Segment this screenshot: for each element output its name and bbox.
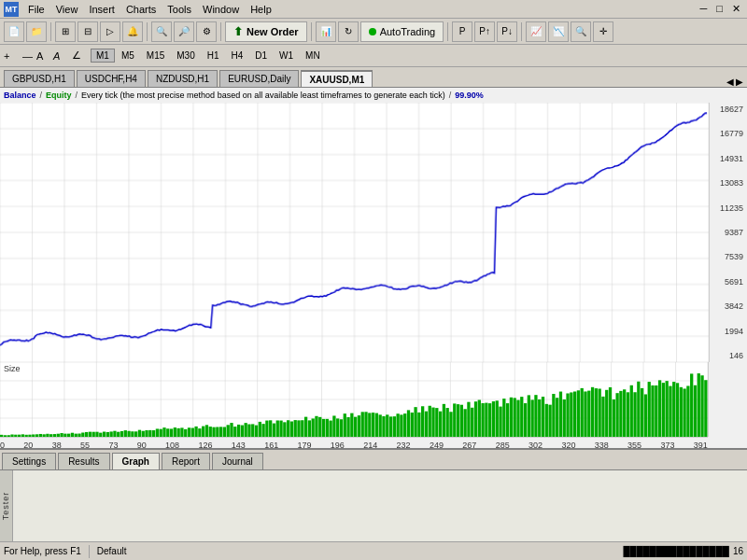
status-sep1 xyxy=(89,545,90,558)
text-btn[interactable]: A xyxy=(36,50,51,62)
period-btn2[interactable]: P↑ xyxy=(474,21,495,42)
bottom-tab-settings[interactable]: Settings xyxy=(2,453,56,469)
draw-btn[interactable]: + xyxy=(4,50,19,62)
y-axis-label: 13083 xyxy=(712,178,745,188)
auto-trading-indicator xyxy=(369,28,376,35)
close-btn[interactable]: ✕ xyxy=(729,3,743,15)
y-axis-label: 146 xyxy=(712,351,745,360)
tab-next[interactable]: ▶ xyxy=(736,77,743,87)
chart-method-text: Every tick (the most precise method base… xyxy=(81,91,445,100)
tf-btn-H4[interactable]: H4 xyxy=(226,49,249,63)
new-order-label: New Order xyxy=(247,26,299,37)
tf-btn-M1[interactable]: M1 xyxy=(91,49,115,63)
tf-btn-H1[interactable]: H1 xyxy=(202,49,225,63)
sep-slash2: / xyxy=(76,91,78,100)
tf-btn-W1[interactable]: W1 xyxy=(274,49,299,63)
y-axis-volume xyxy=(708,362,747,437)
chart-tab-4[interactable]: XAUUSD,M1 xyxy=(301,70,373,87)
chart-tab-0[interactable]: GBPUSD,H1 xyxy=(4,70,75,87)
toolbar1: 📄 📁 ⊞ ⊟ ▷ 🔔 🔍 🔎 ⚙ ⬆ New Order 📊 ↻ AutoTr… xyxy=(0,19,747,45)
zoom-in-btn[interactable]: 🔍 xyxy=(151,21,172,42)
props-btn[interactable]: ⚙ xyxy=(196,21,217,42)
y-axis-label: 11235 xyxy=(712,203,745,213)
minimize-btn[interactable]: ─ xyxy=(698,3,711,15)
bottom-tab-graph[interactable]: Graph xyxy=(112,453,160,469)
menu-file[interactable]: File xyxy=(22,3,50,16)
menu-window[interactable]: Window xyxy=(197,3,245,16)
crosshair-btn[interactable]: ✛ xyxy=(593,21,613,42)
angle-btn[interactable]: ∠ xyxy=(72,49,87,62)
tf-btn-M5[interactable]: M5 xyxy=(116,49,140,63)
balance-label: Balance xyxy=(4,91,36,100)
chart-tab-3[interactable]: EURUSD,Daily xyxy=(219,70,299,87)
volume-chart-canvas xyxy=(0,362,708,437)
navigator-btn[interactable]: ⊞ xyxy=(55,21,76,42)
status-right: ████████████████ 16 xyxy=(624,546,743,556)
sep6 xyxy=(521,22,522,41)
sep4 xyxy=(311,22,312,41)
equity-label: Equity xyxy=(46,91,72,100)
tab-prev[interactable]: ◀ xyxy=(726,77,734,87)
terminal-btn[interactable]: ⊟ xyxy=(78,21,98,42)
help-text: For Help, press F1 xyxy=(4,546,81,556)
auto-trading-button[interactable]: AutoTrading xyxy=(360,21,444,42)
window-controls: ─ □ ✕ xyxy=(698,3,743,15)
y-axis-label: 7539 xyxy=(712,252,745,261)
sep2 xyxy=(147,22,148,41)
status-indicator: ████████████████ xyxy=(624,546,729,556)
tf-btn-D1[interactable]: D1 xyxy=(249,49,273,63)
chart-tab-1[interactable]: USDCHF,H4 xyxy=(77,70,146,87)
sep-slash1: / xyxy=(40,91,43,100)
alert-btn[interactable]: 🔔 xyxy=(122,21,143,42)
search-btn[interactable]: 🔍 xyxy=(571,21,591,42)
new-file-btn[interactable]: 📄 xyxy=(4,21,24,42)
indicator-btn2[interactable]: 📉 xyxy=(548,21,569,42)
strategy-btn[interactable]: ▷ xyxy=(100,21,120,42)
tf-btn-MN[interactable]: MN xyxy=(300,49,326,63)
menu-charts[interactable]: Charts xyxy=(120,3,162,16)
bottom-tab-journal[interactable]: Journal xyxy=(212,453,263,469)
chart-tabs: GBPUSD,H1USDCHF,H4NZDUSD,H1EURUSD,DailyX… xyxy=(0,67,747,88)
y-axis-label: 18627 xyxy=(712,105,745,114)
line-btn[interactable]: — xyxy=(22,50,33,62)
y-axis-label: 9387 xyxy=(712,228,745,237)
menu-tools[interactable]: Tools xyxy=(162,3,197,16)
sep3 xyxy=(220,22,221,41)
chart-tab-2[interactable]: NZDUSD,H1 xyxy=(148,70,218,87)
main-content: Balance / Equity / Every tick (the most … xyxy=(0,88,747,452)
tf-btn-M30[interactable]: M30 xyxy=(171,49,200,63)
refresh-btn[interactable]: ↻ xyxy=(338,21,359,42)
bottom-panel-content: Tester xyxy=(0,470,747,543)
chart-info-bar: Balance / Equity / Every tick (the most … xyxy=(0,88,747,103)
bottom-panel: SettingsResultsGraphReportJournal Tester xyxy=(0,448,747,541)
tester-label-area: Tester xyxy=(0,470,13,541)
tf-btn-M15[interactable]: M15 xyxy=(141,49,170,63)
new-order-button[interactable]: ⬆ New Order xyxy=(225,21,307,42)
period-btn3[interactable]: P↓ xyxy=(497,21,517,42)
sep1 xyxy=(50,22,51,41)
chart-with-yaxis: 1862716779149311308311235938775395691384… xyxy=(0,103,747,362)
bottom-tab-report[interactable]: Report xyxy=(162,453,210,469)
main-chart-canvas xyxy=(0,103,709,362)
sep5 xyxy=(447,22,448,41)
maximize-btn[interactable]: □ xyxy=(713,3,726,15)
zoom-out-btn[interactable]: 🔎 xyxy=(174,21,194,42)
indicator-btn[interactable]: 📈 xyxy=(526,21,546,42)
y-axis-label: 5691 xyxy=(712,277,745,287)
open-btn[interactable]: 📁 xyxy=(26,21,47,42)
app-icon: MT xyxy=(4,2,19,17)
menu-insert[interactable]: Insert xyxy=(83,3,120,16)
quality-text: 99.90% xyxy=(455,91,484,100)
period-btn[interactable]: P xyxy=(452,21,472,42)
bottom-tab-results[interactable]: Results xyxy=(58,453,109,469)
text-btn2[interactable]: A xyxy=(53,50,68,62)
menu-view[interactable]: View xyxy=(50,3,84,16)
y-axis: 1862716779149311308311235938775395691384… xyxy=(709,103,747,362)
chart-btn[interactable]: 📊 xyxy=(316,21,336,42)
auto-trading-label: AutoTrading xyxy=(380,26,436,37)
chart-tab-area: GBPUSD,H1USDCHF,H4NZDUSD,H1EURUSD,DailyX… xyxy=(4,70,373,87)
tab-nav: ◀ ▶ xyxy=(726,77,743,87)
timeframe-buttons: M1M5M15M30H1H4D1W1MN xyxy=(91,49,326,63)
menu-bar: MT File View Insert Charts Tools Window … xyxy=(0,0,747,19)
menu-help[interactable]: Help xyxy=(245,3,277,16)
